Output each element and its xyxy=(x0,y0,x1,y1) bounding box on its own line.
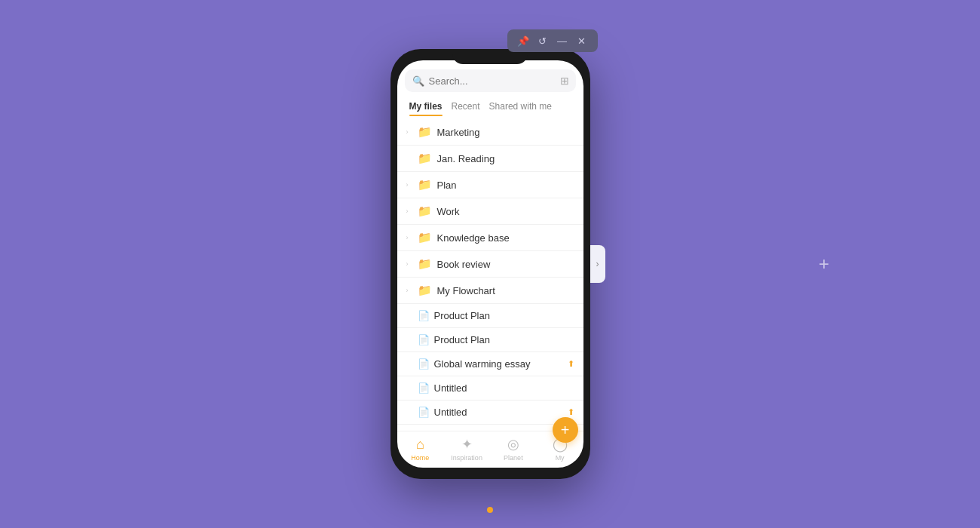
nav-home-label: Home xyxy=(411,454,429,462)
search-input[interactable] xyxy=(429,75,556,87)
folder-icon: 📁 xyxy=(418,231,432,244)
share-icon: ⬆ xyxy=(568,407,574,417)
history-button[interactable]: ↺ xyxy=(534,32,551,49)
pin-button[interactable]: 📌 xyxy=(515,32,531,49)
file-name-label: Global warming essay xyxy=(434,358,562,370)
file-name-label: Jan. Reading xyxy=(437,153,574,164)
list-item[interactable]: 📄 Untitled xyxy=(397,376,583,401)
chevron-right-icon: › xyxy=(406,181,412,189)
list-item[interactable]: › 📁 Work xyxy=(397,198,583,225)
tab-bar: My files Recent Shared with me xyxy=(397,98,583,115)
file-name-label: Work xyxy=(437,206,574,217)
document-icon: 📄 xyxy=(418,334,429,345)
search-icon: 🔍 xyxy=(412,75,424,87)
tab-recent[interactable]: Recent xyxy=(447,98,485,115)
chevron-right-icon: › xyxy=(406,260,412,268)
list-item[interactable]: 📁 Jan. Reading xyxy=(397,146,583,172)
folder-icon: 📁 xyxy=(418,204,432,218)
document-icon: 📄 xyxy=(418,310,429,321)
inspiration-icon: ✦ xyxy=(461,436,473,453)
file-name-label: Untitled xyxy=(434,382,574,394)
right-expand-tab[interactable]: › xyxy=(590,245,605,283)
folder-icon: 📁 xyxy=(418,178,432,192)
chevron-right-icon: › xyxy=(406,234,412,241)
list-item[interactable]: › 📁 Book review xyxy=(397,251,583,278)
grid-view-icon[interactable]: ⊞ xyxy=(560,75,569,87)
tab-shared-with-me[interactable]: Shared with me xyxy=(485,98,556,115)
add-fab-button[interactable]: + xyxy=(553,417,578,443)
file-name-label: Product Plan xyxy=(434,310,574,321)
file-name-label: Untitled xyxy=(434,407,562,418)
search-bar[interactable]: 🔍 ⊞ xyxy=(405,69,576,92)
folder-icon: 📁 xyxy=(418,152,432,165)
folder-icon: 📁 xyxy=(418,125,432,139)
file-name-label: Marketing xyxy=(437,127,574,138)
document-icon: 📄 xyxy=(418,407,429,418)
file-list: › 📁 Marketing 📁 Jan. Reading › 📁 Plan › … xyxy=(397,119,583,431)
orange-indicator-dot xyxy=(487,507,493,513)
folder-icon: 📁 xyxy=(418,257,432,271)
list-item[interactable]: › 📁 Knowledge base xyxy=(397,225,583,251)
list-item[interactable]: › 📁 Plan xyxy=(397,172,583,198)
chevron-right-icon: › xyxy=(406,207,412,215)
nav-planet-label: Planet xyxy=(504,454,523,462)
chevron-right-icon: › xyxy=(406,128,412,136)
folder-icon: 📁 xyxy=(418,284,432,297)
window-controls-bar: 📌 ↺ — ✕ xyxy=(507,29,598,52)
file-name-label: Book review xyxy=(437,259,574,270)
minimize-button[interactable]: — xyxy=(554,32,571,49)
file-name-label: Product Plan xyxy=(434,334,574,345)
nav-inspiration-label: Inspiration xyxy=(451,454,482,462)
document-icon: 📄 xyxy=(418,382,429,394)
chevron-right-icon: › xyxy=(406,287,412,294)
phone-container: 📌 ↺ — ✕ › 🔍 ⊞ My files Recent Shared wit… xyxy=(390,49,590,479)
list-item[interactable]: › 📁 Marketing xyxy=(397,119,583,146)
list-item[interactable]: 📄 Global warming essay ⬆ xyxy=(397,352,583,376)
list-item[interactable]: 📄 Product Plan xyxy=(397,328,583,352)
nav-my-label: My xyxy=(556,454,565,462)
file-name-label: My Flowchart xyxy=(437,285,574,296)
share-icon: ⬆ xyxy=(568,359,574,369)
nav-home[interactable]: ⌂ Home xyxy=(397,437,444,462)
nav-inspiration[interactable]: ✦ Inspiration xyxy=(443,436,490,462)
phone-screen: 🔍 ⊞ My files Recent Shared with me › 📁 M… xyxy=(397,60,583,468)
home-icon: ⌂ xyxy=(416,437,424,453)
file-name-label: Knowledge base xyxy=(437,232,574,244)
tab-my-files[interactable]: My files xyxy=(405,98,447,115)
close-button[interactable]: ✕ xyxy=(574,32,590,49)
list-item[interactable]: 📄 Product Plan xyxy=(397,304,583,328)
document-icon: 📄 xyxy=(418,358,429,370)
list-item[interactable]: › 📁 My Flowchart xyxy=(397,278,583,304)
file-name-label: Plan xyxy=(437,180,574,191)
nav-planet[interactable]: ◎ Planet xyxy=(490,436,537,462)
canvas-plus-icon[interactable]: + xyxy=(819,253,829,275)
planet-icon: ◎ xyxy=(507,436,519,453)
